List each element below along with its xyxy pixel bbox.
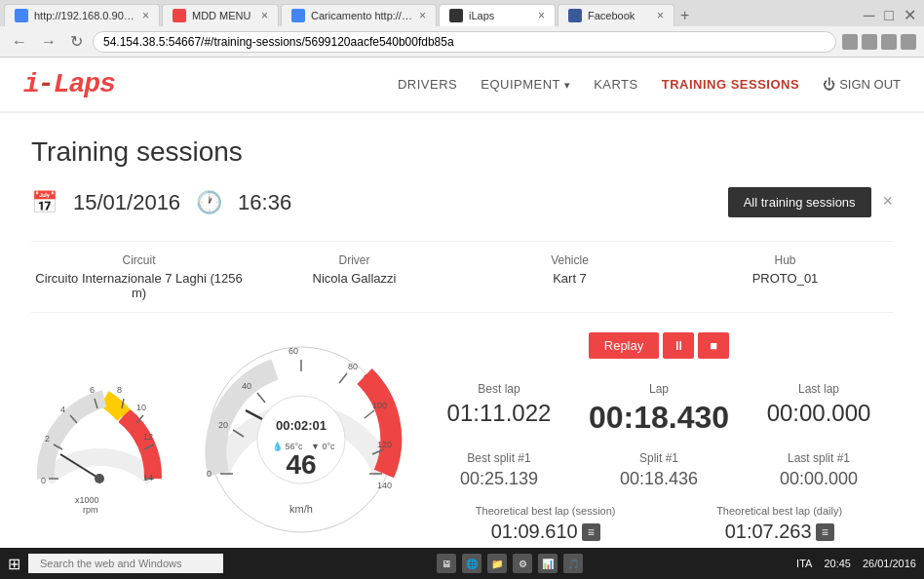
- circuit-label: Circuit: [31, 253, 247, 267]
- theo-session-cell: Theoretical best lap (session) 01:09.610…: [476, 505, 616, 543]
- session-data: Replay ⏸ ■ Best lap 01:11.022 Lap 00:18.…: [425, 332, 893, 543]
- close-session-button[interactable]: ×: [882, 191, 893, 212]
- taskbar-date: 26/01/2016: [863, 558, 916, 569]
- taskbar-icon-4[interactable]: ⚙: [513, 554, 532, 573]
- last-split1-value: 00:00.000: [760, 469, 877, 489]
- tab-2-title: MDD MENU: [192, 10, 255, 21]
- windows-icon[interactable]: ⊞: [8, 555, 20, 573]
- best-split1-col: Best split #1 00:25.139: [425, 444, 573, 497]
- best-lap-col: Best lap 01:11.022: [425, 374, 573, 444]
- nav-karts[interactable]: KARTS: [594, 77, 638, 92]
- pause-icon: ⏸: [673, 338, 685, 353]
- data-grid: Best lap 01:11.022 Lap 00:18.430 Last la…: [425, 374, 893, 497]
- svg-text:0: 0: [207, 469, 212, 479]
- browser-icon-2: [862, 34, 877, 50]
- new-tab-button[interactable]: +: [676, 5, 693, 26]
- svg-text:80: 80: [348, 362, 358, 371]
- taskbar-icon-3[interactable]: 📁: [487, 554, 507, 573]
- theoretical-row: Theoretical best lap (session) 01:09.610…: [425, 505, 893, 543]
- replay-button[interactable]: Replay: [589, 332, 659, 359]
- theo-session-list-button[interactable]: ≡: [582, 523, 600, 541]
- last-split1-col: Last split #1 00:00.000: [745, 444, 893, 497]
- all-sessions-button[interactable]: All training sessions: [728, 187, 871, 217]
- nav-equipment[interactable]: EQUIPMENT: [481, 77, 570, 92]
- tab-2-favicon: [173, 9, 186, 22]
- taskbar-icon-1[interactable]: 🖥: [437, 554, 456, 573]
- browser-icon-4: [901, 34, 916, 50]
- logo: i-Laps: [23, 69, 115, 99]
- taskbar-icon-2[interactable]: 🌐: [462, 554, 481, 573]
- lap-value: 00:18.430: [589, 400, 729, 436]
- tab-1[interactable]: http://192.168.0.90:8084/ ×: [4, 4, 160, 26]
- minimize-button[interactable]: ─: [860, 5, 878, 26]
- close-button[interactable]: ✕: [900, 4, 920, 26]
- navbar: i-Laps DRIVERS EQUIPMENT KARTS TRAINING …: [0, 58, 924, 113]
- svg-text:x1000: x1000: [75, 495, 99, 505]
- tab-3-favicon: [291, 9, 305, 22]
- driver-value: Nicola Gallazzi: [247, 271, 462, 286]
- svg-text:140: 140: [377, 481, 392, 490]
- tab-5-close[interactable]: ×: [657, 9, 664, 22]
- svg-text:0: 0: [41, 476, 46, 485]
- tab-5-title: Facebook: [588, 10, 651, 21]
- browser-icons: [842, 34, 916, 50]
- tab-1-close[interactable]: ×: [142, 9, 149, 22]
- svg-text:120: 120: [377, 440, 392, 449]
- lap-label: Lap: [589, 382, 729, 396]
- last-split1-label: Last split #1: [760, 451, 877, 465]
- address-input[interactable]: [93, 31, 836, 53]
- svg-text:2: 2: [45, 434, 50, 444]
- last-lap-value: 00:00.000: [760, 400, 877, 427]
- hub-value: PROTO_01: [677, 271, 893, 286]
- svg-text:4: 4: [60, 405, 65, 414]
- stop-button[interactable]: ■: [698, 332, 729, 359]
- session-date: 15/01/2016: [73, 190, 180, 215]
- pause-button[interactable]: ⏸: [663, 332, 694, 359]
- power-icon: ⏻: [823, 77, 835, 92]
- last-lap-label: Last lap: [760, 382, 877, 396]
- theo-session-value-wrap: 01:09.610 ≡: [491, 521, 600, 543]
- taskbar-icon-6[interactable]: 🎵: [563, 554, 583, 573]
- forward-button[interactable]: →: [37, 31, 60, 53]
- svg-text:km/h: km/h: [289, 503, 313, 515]
- tab-3[interactable]: Caricamento http://www... ×: [281, 4, 437, 26]
- tab-2-close[interactable]: ×: [261, 9, 268, 22]
- address-bar: ← → ↻: [0, 26, 924, 57]
- nav-drivers[interactable]: DRIVERS: [398, 77, 457, 92]
- tab-2[interactable]: MDD MENU ×: [162, 4, 279, 26]
- tab-4-close[interactable]: ×: [538, 9, 545, 22]
- taskbar-search[interactable]: [28, 554, 223, 573]
- svg-text:rpm: rpm: [83, 505, 98, 515]
- main-content: Training sessions 📅 15/01/2016 🕐 16:36 A…: [0, 113, 924, 566]
- taskbar-icon-5[interactable]: 📊: [538, 554, 558, 573]
- reload-button[interactable]: ↻: [66, 30, 87, 53]
- theo-daily-list-button[interactable]: ≡: [816, 523, 834, 541]
- svg-text:8: 8: [117, 385, 122, 395]
- nav-training-sessions[interactable]: TRAINING SESSIONS: [662, 77, 799, 92]
- svg-point-37: [364, 374, 371, 382]
- maximize-button[interactable]: □: [880, 5, 898, 26]
- best-lap-label: Best lap: [441, 382, 558, 396]
- split1-label: Split #1: [589, 451, 729, 465]
- nav-signout[interactable]: ⏻ SIGN OUT: [823, 77, 901, 92]
- tab-5[interactable]: Facebook ×: [558, 4, 674, 26]
- session-time: 16:36: [238, 190, 291, 215]
- session-datetime: 📅 15/01/2016 🕐 16:36: [31, 190, 291, 215]
- tab-4-title: iLaps: [469, 10, 532, 21]
- tab-5-favicon: [568, 9, 582, 22]
- calendar-icon: 📅: [31, 190, 58, 215]
- session-header: 📅 15/01/2016 🕐 16:36 All training sessio…: [31, 187, 893, 217]
- tab-4[interactable]: iLaps ×: [439, 4, 556, 26]
- svg-text:00:02:01: 00:02:01: [276, 418, 327, 433]
- nav-links: DRIVERS EQUIPMENT KARTS TRAINING SESSION…: [398, 77, 901, 92]
- session-info: Circuit Circuito Internazionale 7 Laghi …: [31, 241, 893, 313]
- back-button[interactable]: ←: [8, 31, 31, 53]
- theo-daily-value: 01:07.263: [725, 521, 812, 543]
- svg-text:6: 6: [90, 385, 95, 395]
- svg-text:100: 100: [372, 401, 387, 410]
- tab-3-close[interactable]: ×: [419, 9, 426, 22]
- svg-text:14: 14: [143, 473, 153, 482]
- theo-daily-value-wrap: 01:07.263 ≡: [725, 521, 834, 543]
- split1-value: 00:18.436: [589, 469, 729, 489]
- lap-col: Lap 00:18.430: [573, 374, 745, 444]
